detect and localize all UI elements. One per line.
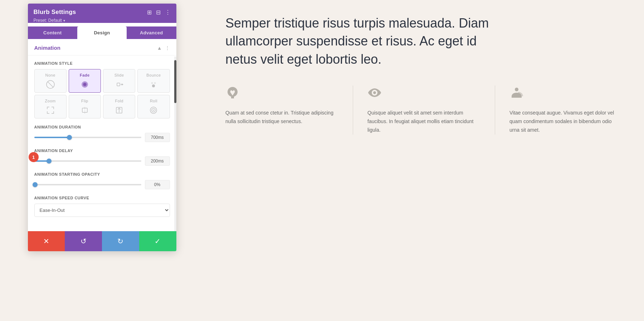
save-icon: ✓	[155, 237, 161, 245]
section-more-icon[interactable]: ⋮	[165, 45, 170, 51]
blurb-icon-3	[509, 86, 623, 103]
save-button[interactable]: ✓	[139, 231, 176, 251]
animation-speed-row: Animation Speed Curve Ease-In-Out Linear…	[34, 196, 170, 217]
animation-opacity-value[interactable]: 0%	[145, 180, 170, 189]
settings-panel: Blurb Settings ⊞ ⊟ ⋮ Preset: Default ▾ C…	[28, 4, 176, 251]
animation-duration-value[interactable]: 700ms	[145, 133, 170, 142]
svg-rect-5	[117, 83, 120, 86]
animation-opacity-container: 0%	[34, 180, 170, 189]
anim-btn-roll[interactable]: Roll	[137, 95, 170, 118]
svg-point-9	[154, 82, 156, 84]
delay-badge: 1	[29, 152, 39, 162]
anim-btn-zoom[interactable]: Zoom	[34, 95, 67, 118]
animation-duration-track[interactable]	[34, 134, 141, 141]
right-content: Semper tristique risus turpis malesuada.…	[204, 0, 644, 321]
blurb-item-2: Quisque aliquet velit sit amet sem inter…	[353, 86, 495, 134]
roll-icon	[148, 105, 158, 115]
anim-btn-none[interactable]: None	[34, 69, 67, 93]
slide-icon	[114, 79, 124, 89]
animation-delay-row: Animation Delay 200ms 1	[34, 149, 170, 166]
animation-delay-value[interactable]: 200ms	[145, 156, 170, 166]
scroll-thumb[interactable]	[174, 60, 176, 103]
preset-arrow: ▾	[63, 19, 65, 23]
animation-opacity-track[interactable]	[34, 181, 141, 188]
anim-btn-slide[interactable]: Slide	[103, 69, 135, 93]
animation-delay-container: 200ms	[34, 156, 170, 166]
blurb-item-3: Vitae consequat augue. Vivamus eget dolo…	[495, 86, 623, 134]
anim-btn-bounce[interactable]: Bounce	[137, 69, 170, 93]
panel-tabs: Content Design Advanced	[28, 26, 176, 39]
panel-title: Blurb Settings	[34, 9, 76, 16]
animation-opacity-label: Animation Starting Opacity	[34, 172, 170, 176]
panel-preset[interactable]: Preset: Default ▾	[34, 18, 171, 23]
svg-line-1	[48, 82, 53, 87]
fade-icon	[80, 79, 90, 89]
animation-duration-label: Animation Duration	[34, 125, 170, 129]
panel-header: Blurb Settings ⊞ ⊟ ⋮ Preset: Default ▾	[28, 4, 176, 23]
tab-advanced[interactable]: Advanced	[127, 26, 176, 39]
animation-speed-label: Animation Speed Curve	[34, 196, 170, 200]
panel-toolbar: ✕ ↺ ↻ ✓	[28, 231, 176, 251]
expand-icon[interactable]: ⊞	[147, 9, 152, 16]
blurb-text-2: Quisque aliquet velit sit amet sem inter…	[367, 109, 480, 134]
section-title: Animation	[34, 45, 60, 51]
anim-btn-flip[interactable]: Flip	[69, 95, 101, 118]
animation-opacity-row: Animation Starting Opacity 0%	[34, 172, 170, 189]
redo-icon: ↻	[117, 237, 123, 245]
anim-label-slide: Slide	[114, 73, 124, 77]
anim-label-zoom: Zoom	[45, 99, 56, 103]
preset-label: Preset: Default	[34, 18, 62, 23]
left-panel: Blurb Settings ⊞ ⊟ ⋮ Preset: Default ▾ C…	[0, 0, 204, 321]
columns-icon[interactable]: ⊟	[156, 9, 161, 16]
flip-icon	[80, 105, 90, 115]
none-icon	[45, 79, 55, 89]
anim-label-flip: Flip	[81, 99, 88, 103]
zoom-icon	[45, 105, 55, 115]
anim-label-bounce: Bounce	[146, 73, 161, 77]
header-icons: ⊞ ⊟ ⋮	[147, 9, 171, 16]
tab-design[interactable]: Design	[77, 26, 127, 39]
animation-delay-track[interactable]	[34, 157, 141, 165]
svg-marker-7	[122, 83, 123, 86]
animation-style-label: Animation Style	[34, 61, 170, 65]
collapse-icon[interactable]: ▲	[157, 45, 162, 51]
blurb-icon-1	[225, 86, 338, 103]
svg-point-8	[151, 82, 153, 84]
animation-style-grid: None Fade Slide	[34, 69, 170, 118]
undo-icon: ↺	[80, 237, 87, 245]
animation-duration-row: Animation Duration 700ms	[34, 125, 170, 142]
animation-style-section: Animation Style None Fade	[28, 55, 176, 223]
blurbs-row: Quam at sed conse ctetur in. Tristique a…	[225, 86, 623, 134]
animation-duration-container: 700ms	[34, 133, 170, 142]
anim-label-roll: Roll	[150, 99, 157, 103]
redo-button[interactable]: ↻	[102, 231, 139, 251]
undo-button[interactable]: ↺	[65, 231, 102, 251]
cancel-button[interactable]: ✕	[28, 231, 65, 251]
bounce-icon	[148, 79, 158, 89]
svg-point-17	[153, 110, 154, 111]
tab-content[interactable]: Content	[28, 26, 77, 39]
more-icon[interactable]: ⋮	[165, 9, 171, 16]
svg-point-4	[84, 84, 86, 85]
scroll-indicator	[174, 57, 176, 251]
anim-label-none: None	[45, 73, 55, 77]
animation-section-header: Animation ▲ ⋮	[28, 39, 176, 55]
animation-delay-label: Animation Delay	[34, 149, 170, 153]
anim-btn-fold[interactable]: Fold	[103, 95, 135, 118]
main-heading: Semper tristique risus turpis malesuada.…	[225, 14, 497, 68]
animation-speed-select[interactable]: Ease-In-Out Linear Ease Ease-In Ease-Out	[34, 204, 170, 217]
blurb-text-3: Vitae consequat augue. Vivamus eget dolo…	[509, 109, 623, 134]
svg-point-10	[152, 84, 155, 87]
panel-body: Animation ▲ ⋮ Animation Style None	[28, 39, 176, 251]
anim-label-fade: Fade	[80, 73, 90, 77]
fold-icon	[114, 105, 124, 115]
blurb-item-1: Quam at sed conse ctetur in. Tristique a…	[225, 86, 353, 134]
blurb-icon-2	[367, 86, 480, 103]
section-controls: ▲ ⋮	[157, 45, 170, 51]
blurb-text-1: Quam at sed conse ctetur in. Tristique a…	[225, 109, 338, 126]
anim-btn-fade[interactable]: Fade	[69, 69, 101, 93]
panel-header-top: Blurb Settings ⊞ ⊟ ⋮	[34, 9, 171, 16]
anim-label-fold: Fold	[115, 99, 123, 103]
cancel-icon: ✕	[43, 237, 49, 245]
